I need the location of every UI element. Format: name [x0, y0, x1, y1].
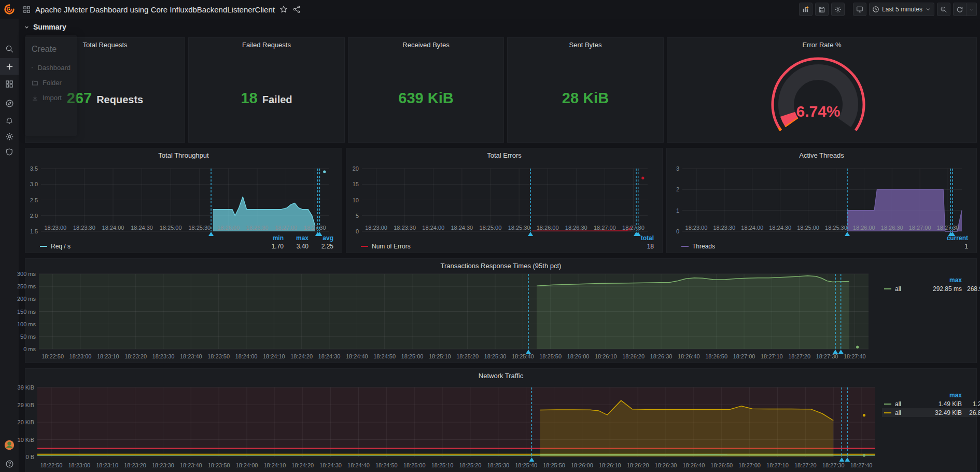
legend-stat-value: 3.40 — [284, 243, 309, 250]
y-axis-label: 100 ms — [10, 321, 36, 327]
legend-stat-value: 1 — [943, 243, 968, 250]
legend-stat-header: avg — [309, 234, 333, 242]
time-picker[interactable]: Last 5 minutes — [869, 3, 934, 16]
dashboard-grid-icon — [23, 6, 31, 13]
server-admin-shield-icon[interactable] — [0, 144, 19, 160]
create-menu: Create Dashboard Folder Import — [25, 35, 77, 136]
share-icon[interactable] — [292, 5, 301, 13]
legend-series-label[interactable]: Num of Errors — [372, 243, 411, 250]
dashboard-settings-button[interactable] — [831, 3, 845, 16]
stat-suffix: Requests — [96, 94, 143, 106]
chart-plot[interactable] — [41, 169, 329, 231]
create-plus-icon[interactable] — [0, 58, 19, 75]
refresh-button[interactable] — [953, 3, 967, 16]
legend-series-swatch — [884, 288, 891, 289]
gauge-value: 6.74% — [796, 103, 840, 120]
y-axis-label: 20 — [333, 165, 359, 172]
legend-series-label[interactable]: Threads — [692, 243, 715, 250]
row-label: Summary — [33, 23, 66, 31]
grafana-logo[interactable] — [0, 0, 19, 19]
cycle-view-icon[interactable] — [853, 3, 866, 16]
y-axis-label: 3.5 — [12, 165, 38, 172]
panel-error-rate-gauge: Error Rate % 6.74% — [667, 37, 977, 143]
legend-stat-header: avg — [962, 276, 980, 284]
chart-plot[interactable] — [39, 274, 869, 349]
y-axis-label: 250 ms — [10, 283, 36, 289]
x-axis-label: 18:27:40 — [845, 462, 878, 468]
chevron-down-icon — [24, 24, 30, 30]
zoom-out-button[interactable] — [937, 3, 950, 16]
legend-stat-header: current — [943, 234, 968, 242]
legend-stat-value: 2.25 — [309, 243, 333, 250]
data-point — [641, 177, 644, 179]
y-axis-label: 39 KiB — [8, 384, 34, 391]
y-axis-label: 5 — [333, 213, 359, 219]
panel-title[interactable]: Transactions Response Times (95th pct) — [25, 262, 976, 270]
y-axis-label: 50 ms — [10, 334, 36, 340]
panel-title[interactable]: Received Bytes — [348, 41, 503, 49]
import-icon — [32, 94, 38, 101]
configuration-gear-icon[interactable] — [0, 128, 19, 145]
refresh-interval-chevron[interactable] — [967, 3, 977, 16]
stat-value: 18 — [241, 90, 257, 107]
panel-title[interactable]: Network Traffic — [25, 372, 976, 380]
chart-plot[interactable] — [37, 387, 875, 457]
create-menu-header: Create — [25, 40, 77, 60]
menu-item-folder[interactable]: Folder — [25, 75, 77, 90]
legend-stat-header: min — [259, 234, 284, 242]
panel-title[interactable]: Sent Bytes — [508, 41, 663, 49]
row-summary[interactable]: Summary — [24, 23, 66, 31]
legend-series-label[interactable]: all — [895, 400, 901, 408]
panel-title[interactable]: Failed Requests — [189, 41, 344, 49]
legend-stat-value: 268.93 ms — [962, 285, 980, 293]
menu-item-import[interactable]: Import — [25, 90, 77, 105]
x-axis-label: 18:27:40 — [838, 353, 871, 359]
x-axis-label: 18:25:30 — [183, 225, 216, 231]
dashboard-icon — [32, 64, 33, 71]
y-axis-label: 15 — [333, 181, 359, 187]
legend-series-label[interactable]: all — [895, 285, 901, 293]
x-axis-label: 18:26:30 — [241, 225, 274, 231]
x-axis-label: 18:27:30 — [931, 225, 964, 231]
x-axis-label: 18:25:00 — [154, 225, 187, 231]
y-axis-label: 150 ms — [10, 309, 36, 315]
chevron-down-icon — [925, 6, 931, 12]
panel-title[interactable]: Active Threads — [667, 151, 976, 159]
legend-stat-value: 18 — [629, 243, 654, 250]
annotation-marker — [529, 457, 534, 462]
data-point — [323, 170, 326, 173]
alerting-bell-icon[interactable] — [0, 113, 19, 129]
explore-compass-icon[interactable] — [0, 95, 19, 112]
y-axis-label: 1.5 — [12, 228, 38, 234]
panel-title[interactable]: Total Errors — [346, 151, 662, 159]
panel-received-bytes: Received Bytes 639 KiB — [348, 37, 504, 143]
legend-series-swatch — [884, 412, 891, 413]
y-axis-label: 0 — [653, 228, 679, 234]
legend-series-label[interactable]: Req / s — [51, 243, 71, 250]
chart-plot[interactable] — [362, 169, 648, 231]
legend: currentThreads1 — [667, 234, 968, 250]
panel-total-errors: Total Errors 2015105018:23:0018:23:3018:… — [346, 148, 663, 253]
search-icon[interactable] — [0, 40, 19, 57]
add-panel-button[interactable] — [799, 3, 813, 16]
time-range-label: Last 5 minutes — [882, 6, 922, 13]
legend-stat-value: 292.85 ms — [914, 285, 962, 293]
legend-stat-header: total — [629, 234, 654, 242]
dashboards-icon[interactable] — [0, 76, 19, 92]
x-axis-label: 18:27:30 — [298, 225, 331, 231]
y-axis-label: 0 — [333, 228, 359, 234]
legend-series-label[interactable]: all — [895, 409, 901, 417]
menu-item-dashboard[interactable]: Dashboard — [25, 60, 77, 75]
chart-plot[interactable] — [682, 169, 962, 231]
legend-stat-value: 1.49 KiB — [914, 400, 962, 408]
data-point — [856, 346, 859, 349]
panel-title[interactable]: Total Throughput — [25, 151, 342, 159]
legend: minmaxavgReq / s1.703.402.25 — [25, 234, 333, 250]
top-navbar: Apache JMeter Dashboard using Core Influ… — [0, 0, 980, 19]
save-dashboard-button[interactable] — [815, 3, 829, 16]
star-icon[interactable] — [279, 5, 288, 13]
legend-stat-header: max — [914, 276, 962, 284]
x-axis-label: 18:27:30 — [617, 225, 650, 231]
y-axis-label: 300 ms — [10, 271, 36, 277]
legend-stat-value: 1.70 — [259, 243, 284, 250]
